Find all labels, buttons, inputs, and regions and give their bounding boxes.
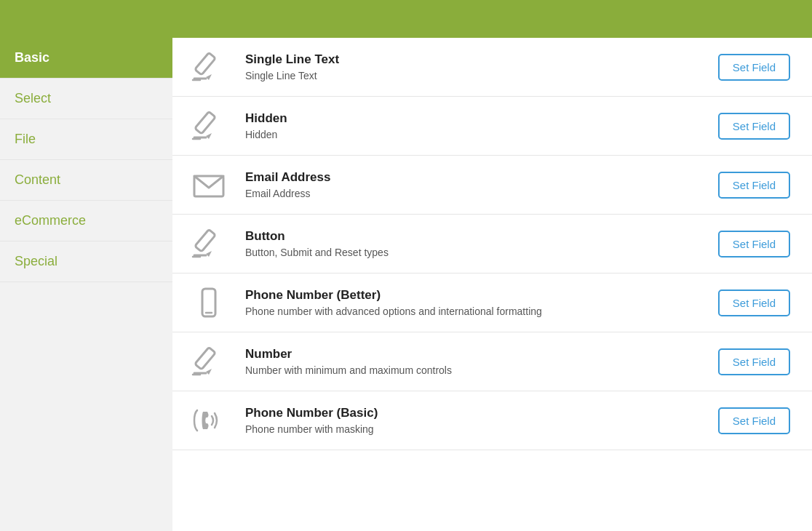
- table-row: Phone Number (Basic)Phone number with ma…: [172, 391, 812, 450]
- svg-rect-5: [195, 111, 215, 134]
- phone-icon: [187, 287, 231, 319]
- sidebar: BasicSelectFileContenteCommerceSpecial: [0, 38, 172, 531]
- field-name: Email Address: [245, 170, 704, 185]
- pencil-icon: [187, 346, 231, 378]
- field-name: Single Line Text: [245, 52, 704, 67]
- svg-rect-1: [195, 52, 215, 75]
- field-desc: Hidden: [245, 129, 704, 140]
- sidebar-item-basic[interactable]: Basic: [0, 38, 172, 79]
- field-info: Single Line TextSingle Line Text: [245, 52, 704, 81]
- svg-rect-10: [195, 229, 215, 252]
- table-row: ButtonButton, Submit and Reset typesSet …: [172, 215, 812, 274]
- field-info: NumberNumber with minimum and maximum co…: [245, 347, 704, 376]
- set-field-button[interactable]: Set Field: [718, 348, 790, 375]
- set-field-button[interactable]: Set Field: [718, 407, 790, 434]
- close-button[interactable]: [792, 16, 797, 22]
- pencil-icon: [187, 110, 231, 142]
- field-desc: Number with minimum and maximum controls: [245, 364, 704, 376]
- field-desc: Phone number with advanced options and i…: [245, 306, 704, 317]
- table-row: Email AddressEmail AddressSet Field: [172, 156, 812, 215]
- sidebar-item-file[interactable]: File: [0, 119, 172, 160]
- field-info: Email AddressEmail Address: [245, 170, 704, 199]
- table-row: Single Line TextSingle Line TextSet Fiel…: [172, 38, 812, 97]
- table-row: NumberNumber with minimum and maximum co…: [172, 332, 812, 391]
- fields-list: Single Line TextSingle Line TextSet Fiel…: [172, 38, 812, 531]
- field-name: Button: [245, 229, 704, 244]
- field-name: Hidden: [245, 111, 704, 126]
- sidebar-item-content[interactable]: Content: [0, 160, 172, 201]
- table-row: Phone Number (Better)Phone number with a…: [172, 274, 812, 332]
- modal-body: BasicSelectFileContenteCommerceSpecial S…: [0, 38, 812, 531]
- pencil-icon: [187, 228, 231, 260]
- fields-modal: BasicSelectFileContenteCommerceSpecial S…: [0, 0, 812, 531]
- field-name: Number: [245, 347, 704, 362]
- set-field-button[interactable]: Set Field: [718, 290, 790, 316]
- pencil-icon: [187, 51, 231, 83]
- field-desc: Email Address: [245, 188, 704, 199]
- set-field-button[interactable]: Set Field: [718, 231, 790, 257]
- table-row: HiddenHiddenSet Field: [172, 97, 812, 156]
- sidebar-item-ecommerce[interactable]: eCommerce: [0, 201, 172, 241]
- field-info: Phone Number (Basic)Phone number with ma…: [245, 406, 704, 435]
- sidebar-item-select[interactable]: Select: [0, 79, 172, 119]
- set-field-button[interactable]: Set Field: [718, 172, 790, 199]
- field-name: Phone Number (Basic): [245, 406, 704, 420]
- svg-rect-16: [195, 347, 215, 370]
- envelope-icon: [187, 169, 231, 201]
- field-desc: Phone number with masking: [245, 423, 704, 435]
- modal-header: [0, 0, 812, 38]
- set-field-button[interactable]: Set Field: [718, 113, 790, 140]
- sidebar-item-special[interactable]: Special: [0, 241, 172, 282]
- field-desc: Single Line Text: [245, 70, 704, 81]
- field-info: HiddenHidden: [245, 111, 704, 140]
- set-field-button[interactable]: Set Field: [718, 54, 790, 81]
- field-desc: Button, Submit and Reset types: [245, 247, 704, 258]
- field-name: Phone Number (Better): [245, 288, 704, 303]
- field-info: Phone Number (Better)Phone number with a…: [245, 288, 704, 317]
- field-info: ButtonButton, Submit and Reset types: [245, 229, 704, 258]
- phone-wave-icon: [187, 404, 231, 436]
